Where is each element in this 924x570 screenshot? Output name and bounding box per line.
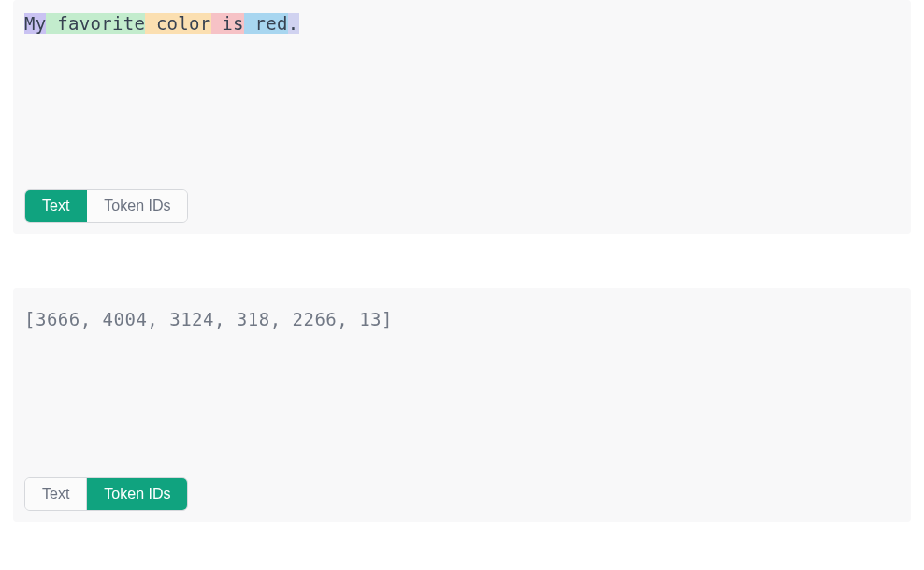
text-tab-button[interactable]: Text bbox=[25, 478, 87, 510]
token-span: My bbox=[24, 13, 46, 34]
token-span: red bbox=[244, 13, 288, 34]
token-span: favorite bbox=[46, 13, 145, 34]
tokenized-text-panel: My favorite color is red. Text Token IDs bbox=[13, 0, 911, 234]
token-ids-tab-button[interactable]: Token IDs bbox=[87, 478, 187, 510]
text-tab-button[interactable]: Text bbox=[25, 190, 87, 222]
tokenized-text-display: My favorite color is red. bbox=[24, 11, 900, 37]
token-ids-panel: [3666, 4004, 3124, 318, 2266, 13] Text T… bbox=[13, 288, 911, 522]
token-ids-tab-button[interactable]: Token IDs bbox=[87, 190, 187, 222]
token-span: . bbox=[288, 13, 299, 34]
token-span: is bbox=[211, 13, 244, 34]
view-toggle-group-1: Text Token IDs bbox=[24, 189, 188, 223]
view-toggle-group-2: Text Token IDs bbox=[24, 477, 188, 511]
token-ids-display: [3666, 4004, 3124, 318, 2266, 13] bbox=[24, 300, 900, 332]
token-span: color bbox=[145, 13, 210, 34]
